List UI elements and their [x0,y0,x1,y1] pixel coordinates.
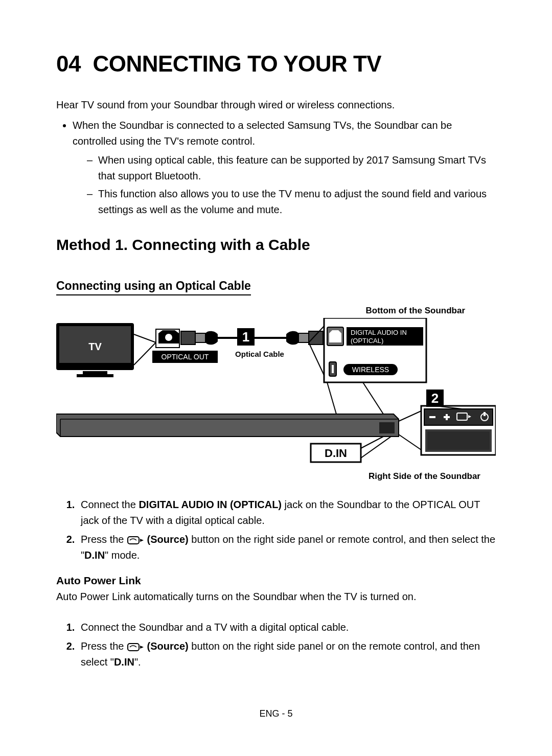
din-label: D.IN [325,447,347,460]
list-item: This function also allows you to use the… [87,186,496,218]
optical-connector-tv-icon [156,329,179,348]
callout-2: 2 [431,391,439,406]
chapter-title: 04 CONNECTING TO YOUR TV [56,51,496,77]
chapter-title-text: CONNECTING TO YOUR TV [93,51,381,76]
source-icon [127,642,144,651]
svg-rect-3 [77,374,113,377]
list-item: Connect the Soundbar and a TV with a dig… [78,620,496,635]
svg-rect-20 [332,365,334,373]
soundbar-bottom-panel: DIGITAL AUDIO IN (OPTICAL) WIRELESS [324,318,426,382]
svg-rect-14 [309,331,323,345]
svg-line-23 [309,342,324,375]
svg-line-28 [399,411,421,421]
svg-rect-39 [484,412,486,416]
svg-marker-50 [140,646,144,649]
list-item: When using optical cable, this feature c… [87,152,496,184]
svg-line-29 [399,434,421,450]
sub-bullet-list: When using optical cable, this feature c… [73,152,496,218]
subsection-heading: Connecting using an Optical Cable [56,279,251,295]
connection-diagram: Bottom of the Soundbar TV OPTICAL OUT [56,306,496,482]
soundbar-icon [56,414,399,437]
optical-cable-label: Optical Cable [235,350,284,358]
diagram-caption-bottom: Right Side of the Soundbar [56,471,496,482]
method-heading: Method 1. Connecting with a Cable [56,236,496,254]
volume-down-icon [429,416,435,418]
tv-icon: TV [56,323,134,377]
digital-in-label1: DIGITAL AUDIO IN [351,329,407,336]
digital-in-label2: (OPTICAL) [351,337,383,345]
feature-heading: Auto Power Link [56,575,496,587]
wireless-label: WIRELESS [352,365,389,374]
list-item: Press the (Source) button on the right s… [78,638,496,670]
svg-rect-9 [181,331,195,345]
bullet-list: When the Soundbar is connected to a sele… [56,118,496,218]
feature-desc: Auto Power Link automatically turns on t… [56,589,496,604]
optical-out-label: OPTICAL OUT [162,353,209,361]
steps-list-a: Connect the DIGITAL AUDIO IN (OPTICAL) j… [56,497,496,563]
bullet-main-text: When the Soundbar is connected to a sele… [73,120,452,147]
source-icon [127,535,144,544]
chapter-number: 04 [56,51,81,76]
svg-point-7 [165,334,172,341]
svg-line-45 [361,437,383,448]
svg-marker-17 [329,330,341,342]
svg-rect-49 [128,644,139,651]
svg-line-30 [363,382,383,414]
svg-marker-48 [140,539,144,542]
callout-1: 1 [242,329,249,345]
svg-rect-13 [298,333,309,342]
tv-label: TV [88,341,102,352]
list-item: Connect the DIGITAL AUDIO IN (OPTICAL) j… [78,497,496,529]
svg-line-31 [327,382,336,414]
svg-rect-41 [427,431,490,450]
cable-plug-left-icon [181,331,218,345]
svg-marker-24 [56,414,399,437]
steps-list-b: Connect the Soundbar and a TV with a dig… [56,620,496,670]
svg-rect-10 [195,333,205,342]
svg-line-46 [361,437,391,458]
svg-rect-35 [446,414,448,420]
display-callout: D.IN [311,437,391,462]
svg-rect-2 [83,371,107,374]
svg-line-4 [134,334,156,342]
page-footer: ENG - 5 [0,708,552,719]
soundbar-right-panel [421,406,496,455]
list-item: When the Soundbar is connected to a sele… [73,118,496,218]
diagram-svg: TV OPTICAL OUT 1 [56,318,496,466]
svg-rect-47 [128,537,139,544]
diagram-caption-top: Bottom of the Soundbar [56,306,496,316]
list-item: Press the (Source) button on the right s… [78,532,496,563]
svg-rect-27 [379,422,395,433]
intro-text: Hear TV sound from your Soundbar through… [56,97,496,112]
